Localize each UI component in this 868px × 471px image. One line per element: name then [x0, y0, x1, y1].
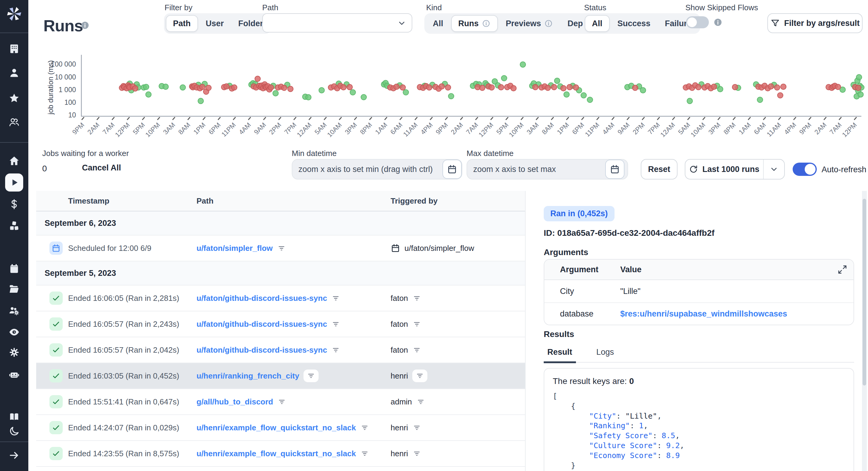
reset-button[interactable]: Reset [641, 159, 678, 179]
svg-text:6AM: 6AM [752, 121, 767, 136]
filter-by-path-icon[interactable] [331, 294, 340, 303]
sidebar-item-worker-groups[interactable] [0, 302, 28, 320]
run-path-link[interactable]: u/henri/example_flow_quickstart_no_slack [196, 449, 356, 458]
filter-by-path-icon[interactable] [360, 423, 369, 432]
reset-label: Reset [648, 165, 670, 174]
table-row[interactable]: Ended 16:03:05 (Ran in 0,452s)u/henri/ra… [36, 363, 525, 389]
sidebar-item-dollar[interactable] [0, 195, 28, 213]
sidebar-item-star[interactable] [0, 89, 28, 107]
last-runs-dropdown[interactable] [763, 160, 784, 179]
table-row[interactable]: Ended 14:24:07 (Ran in 0,029s)u/henri/ex… [36, 415, 525, 441]
table-date-group: September 5, 2023 [36, 261, 525, 285]
filter-args-button[interactable]: Filter by args/result [767, 13, 863, 33]
user-icon [8, 67, 20, 78]
kind-option-runs[interactable]: Runs [451, 15, 498, 32]
arguments-table: Argument Value City"Lille"database$res:u… [544, 259, 854, 325]
svg-text:8PM: 8PM [359, 121, 374, 136]
tab-result[interactable]: Result [544, 346, 576, 363]
building-icon [8, 43, 20, 55]
table-row[interactable]: Ended 16:05:57 (Ran in 2,243s)u/faton/gi… [36, 311, 525, 337]
run-path-link[interactable]: g/all/hub_to_discord [196, 397, 273, 407]
svg-text:3AM: 3AM [525, 121, 540, 136]
triggered-by: henri [391, 449, 408, 458]
argument-value: "Lille" [620, 287, 641, 296]
runs-table-header: Timestamp Path Triggered by [36, 191, 525, 211]
run-path-link[interactable]: u/henri/example_flow_quickstart_no_slack [196, 423, 356, 433]
success-check-icon [50, 395, 63, 408]
sidebar-item-settings[interactable] [0, 343, 28, 361]
table-row[interactable]: Ended 14:23:55 (Ran in 8,575s)u/henri/ex… [36, 441, 525, 467]
filter-by-user-icon[interactable] [412, 345, 421, 355]
auto-refresh-toggle[interactable] [793, 163, 817, 176]
table-row[interactable]: Ended 16:05:57 (Ran in 2,042s)u/faton/gi… [36, 337, 525, 363]
argument-name: City [560, 287, 574, 296]
filter-by-path-icon[interactable] [331, 345, 340, 355]
tab-logs[interactable]: Logs [593, 346, 618, 362]
filter-by-path-icon[interactable] [331, 319, 340, 329]
title-info-icon[interactable] [80, 21, 90, 30]
path-select[interactable] [262, 13, 412, 33]
max-datetime-calendar-button[interactable] [605, 160, 624, 179]
table-row[interactable]: Ended 16:06:05 (Ran in 2,281s)u/faton/gi… [36, 285, 525, 311]
kind-option-all[interactable]: All [426, 15, 450, 32]
run-path-link[interactable]: u/henri/ranking_french_city [196, 371, 299, 381]
resource-link[interactable]: $res:u/henri/supabase_windmillshowcases [620, 309, 787, 318]
filter-by-user-icon[interactable] [416, 397, 425, 406]
scrollbar[interactable] [862, 191, 867, 471]
filter-by-path-icon[interactable] [277, 397, 286, 406]
kind-tabs: AllRunsPreviewsDeps [424, 13, 608, 34]
kind-label: Kind [426, 3, 442, 12]
filter-by-user-icon[interactable] [412, 319, 421, 329]
filter-by-path-icon[interactable] [360, 449, 369, 458]
filter-by-user-icon[interactable] [412, 294, 421, 303]
filter-by-option-path[interactable]: Path [166, 15, 198, 32]
table-row[interactable]: Ended 15:51:41 (Ran in 0,647s)g/all/hub_… [36, 389, 525, 415]
run-path-link[interactable]: u/faton/github-discord-issues-sync [196, 345, 327, 355]
svg-text:10: 10 [68, 111, 76, 119]
scrollbar-thumb[interactable] [863, 199, 866, 385]
sidebar-item-folder[interactable] [0, 280, 28, 298]
sidebar-item-robot[interactable] [0, 366, 28, 384]
show-skipped-label: Show Skipped Flows [685, 3, 758, 12]
expand-icon[interactable] [837, 264, 847, 275]
kind-option-previews[interactable]: Previews [499, 15, 560, 32]
run-timestamp: Ended 16:05:57 (Ran in 2,042s) [68, 345, 179, 355]
filter-by-user-icon[interactable] [412, 449, 421, 458]
status-option-all[interactable]: All [585, 15, 610, 32]
robot-icon [8, 369, 20, 380]
sidebar-item-moon[interactable] [0, 422, 28, 440]
windmill-logo-icon[interactable] [0, 5, 28, 23]
filter-by-path-icon[interactable] [277, 244, 286, 253]
table-row[interactable]: Scheduled for 12:00 6/9u/faton/simpler_f… [36, 236, 525, 261]
run-path-link[interactable]: u/faton/github-discord-issues-sync [196, 294, 327, 303]
max-datetime-input[interactable]: zoom x axis to set max [467, 159, 628, 179]
run-path-link[interactable]: u/faton/simpler_flow [196, 244, 273, 253]
sidebar [0, 0, 28, 471]
show-skipped-info-icon[interactable] [713, 18, 723, 27]
sidebar-item-building[interactable] [0, 40, 28, 58]
svg-text:3PM: 3PM [343, 121, 358, 136]
last-runs-button[interactable]: Last 1000 runs [685, 159, 785, 179]
filter-by-user-icon[interactable] [412, 370, 427, 382]
run-path-link[interactable]: u/faton/github-discord-issues-sync [196, 319, 327, 329]
status-option-success[interactable]: Success [611, 15, 657, 32]
cancel-all-button[interactable]: Cancel All [82, 163, 121, 173]
min-datetime-input[interactable]: zoom x axis to set min (drag with ctrl) [292, 159, 462, 179]
sidebar-item-home[interactable] [0, 152, 28, 170]
filter-by-path-icon[interactable] [304, 370, 318, 382]
sidebar-item-calendar[interactable] [0, 260, 28, 278]
svg-text:11PM: 11PM [584, 121, 601, 138]
filter-by-option-user[interactable]: User [199, 15, 230, 32]
min-datetime-calendar-button[interactable] [442, 160, 462, 179]
sidebar-item-user[interactable] [0, 64, 28, 82]
show-skipped-toggle[interactable] [686, 16, 709, 28]
sidebar-item-user-group[interactable] [0, 113, 28, 131]
sidebar-item-expand-arrow[interactable] [0, 446, 28, 464]
argument-name: database [560, 309, 593, 318]
sidebar-item-eye[interactable] [0, 323, 28, 341]
runs-scatter-chart[interactable]: 101001 00010 000100 0009PM2AM7AM12PM5PM1… [0, 51, 868, 143]
svg-text:1PM: 1PM [555, 121, 570, 136]
sidebar-item-play[interactable] [0, 173, 28, 192]
sidebar-item-cubes[interactable] [0, 217, 28, 235]
filter-by-user-icon[interactable] [412, 423, 421, 432]
